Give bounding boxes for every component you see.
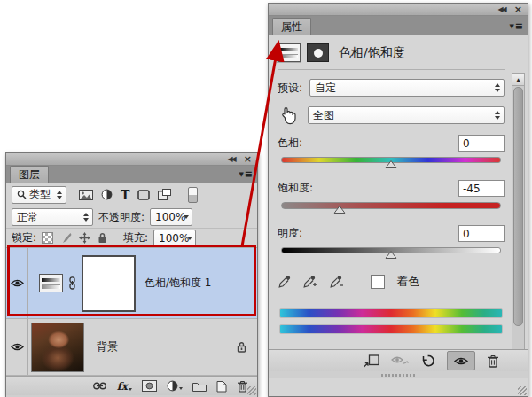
link-layers-icon[interactable] <box>92 382 107 390</box>
adjustment-title: 色相/饱和度 <box>339 45 405 61</box>
lightness-slider[interactable] <box>278 245 505 261</box>
layer-mask-thumbnail[interactable] <box>82 255 136 312</box>
mask-link-icon[interactable] <box>68 276 76 290</box>
layer-visibility-eye-icon[interactable] <box>6 248 28 318</box>
layer-style-fx-icon[interactable]: fx <box>117 380 132 393</box>
layers-panel-titlebar: ◀◀ × <box>6 153 257 166</box>
lightness-value: 0 <box>463 228 470 240</box>
fill-dropdown[interactable]: 100% <box>153 230 196 247</box>
properties-content: 色相/饱和度 预设: 自定 全图 色相: 0 <box>269 35 528 349</box>
fill-value: 100% <box>159 232 189 245</box>
hue-ramp-before <box>279 308 503 318</box>
panel-resize-grip[interactable] <box>247 386 256 395</box>
layers-panel: ◀◀ × 图层 ▼ ≡ 类型 T <box>5 152 258 397</box>
spin-arrows-icon <box>57 191 62 199</box>
lock-row: 锁定: 填充: 100% <box>6 229 257 248</box>
channel-dropdown[interactable]: 全图 <box>308 106 505 124</box>
filter-shape-layers-icon[interactable] <box>137 190 150 200</box>
colorize-checkbox[interactable] <box>371 275 385 289</box>
saturation-value-input[interactable]: -45 <box>458 180 505 197</box>
properties-tabband: 属性 ▼ ≡ <box>269 16 528 35</box>
filter-smart-objects-icon[interactable] <box>158 189 171 200</box>
new-layer-icon[interactable] <box>216 380 227 393</box>
toggle-visibility-eye-button[interactable] <box>447 351 475 370</box>
delete-adjustment-trash-icon[interactable] <box>487 354 499 368</box>
add-layer-mask-icon[interactable] <box>142 380 157 392</box>
adjustment-layer-thumbnail[interactable] <box>39 274 63 292</box>
spin-arrows-icon <box>495 83 500 92</box>
mask-badge-icon[interactable] <box>307 43 329 62</box>
layer-row-hue-saturation[interactable]: 色相/饱和度 1 <box>6 248 257 319</box>
panel-menu-icon[interactable]: ▼ ≡ <box>239 168 253 180</box>
close-panel-icon[interactable]: × <box>514 4 522 14</box>
layer-filter-row: 类型 T <box>6 183 257 206</box>
properties-footer-bar <box>269 349 528 371</box>
hue-value: 0 <box>463 137 470 150</box>
spin-arrows-icon <box>83 213 89 222</box>
divider <box>278 69 505 70</box>
eyedropper-minus-icon[interactable] <box>329 276 344 289</box>
scrollbar-thumb[interactable] <box>513 87 523 326</box>
layer-row-background[interactable]: 背景 <box>6 319 257 376</box>
blend-mode-row: 正常 不透明度: 100% <box>6 206 257 229</box>
collapse-panel-icon[interactable]: ◀◀ <box>227 156 234 163</box>
filter-pixel-layers-icon[interactable] <box>79 190 93 200</box>
filter-toggle-switch[interactable] <box>188 187 198 203</box>
menu-caret: ▼ <box>239 171 243 178</box>
filter-type-layers-icon[interactable]: T <box>121 188 129 202</box>
caret-down-icon <box>187 237 192 240</box>
eyedropper-plus-icon[interactable] <box>302 276 317 289</box>
tab-layers[interactable]: 图层 <box>10 166 49 183</box>
preset-value: 自定 <box>315 81 336 96</box>
hue-slider[interactable] <box>278 155 505 170</box>
lock-pixels-brush-icon[interactable] <box>60 232 72 244</box>
targeted-adjustment-hand-icon[interactable] <box>278 105 301 125</box>
properties-panel-titlebar: ◀◀ × <box>269 4 528 16</box>
panel-menu-icon[interactable]: ▼ ≡ <box>509 20 523 32</box>
hue-ramp-after <box>279 324 503 334</box>
lock-position-move-icon[interactable] <box>79 232 90 244</box>
new-group-folder-icon[interactable] <box>192 381 207 392</box>
background-layer-thumbnail[interactable] <box>31 323 84 372</box>
layer-visibility-eye-icon[interactable] <box>6 319 28 375</box>
opacity-dropdown[interactable]: 100% <box>150 208 192 226</box>
scroll-up-icon[interactable]: ▲ <box>512 74 524 86</box>
tab-properties[interactable]: 属性 <box>272 18 311 35</box>
filter-kind-dropdown[interactable]: 类型 <box>12 186 66 204</box>
saturation-slider[interactable] <box>278 200 505 215</box>
lightness-slider-thumb[interactable] <box>386 251 397 259</box>
collapse-panel-icon[interactable]: ◀◀ <box>497 6 505 13</box>
close-panel-icon[interactable]: × <box>244 154 252 164</box>
hue-saturation-adjustment-icon <box>278 43 301 62</box>
eyedropper-icon[interactable] <box>278 276 291 289</box>
preset-label: 预设: <box>278 81 302 96</box>
filter-adjustment-layers-icon[interactable] <box>101 189 113 200</box>
spin-arrows-icon <box>495 111 500 120</box>
lock-all-icon[interactable] <box>98 232 107 244</box>
panel-drag-strip[interactable] <box>269 371 528 378</box>
grip-dots-icon <box>381 374 415 377</box>
panel-resize-grip[interactable] <box>518 386 527 395</box>
hue-value-input[interactable]: 0 <box>458 135 505 152</box>
menu-lines: ≡ <box>245 168 253 180</box>
reset-adjustment-icon[interactable] <box>420 354 435 368</box>
preset-dropdown[interactable]: 自定 <box>309 79 505 97</box>
hue-slider-thumb[interactable] <box>386 160 397 168</box>
lightness-label: 明度: <box>278 226 302 241</box>
layer-name[interactable]: 背景 <box>97 339 118 354</box>
clip-to-layer-icon[interactable] <box>363 354 379 368</box>
fill-label: 填充: <box>123 230 148 245</box>
saturation-slider-track[interactable] <box>281 202 501 209</box>
lightness-value-input[interactable]: 0 <box>458 225 505 242</box>
new-adjustment-layer-icon[interactable] <box>167 380 183 392</box>
saturation-slider-thumb[interactable] <box>334 206 346 214</box>
background-lock-icon <box>237 341 246 353</box>
blend-mode-dropdown[interactable]: 正常 <box>12 208 93 226</box>
opacity-value: 100% <box>155 211 185 223</box>
lock-transparency-icon[interactable] <box>42 232 53 244</box>
layer-name[interactable]: 色相/饱和度 1 <box>145 276 212 291</box>
hue-label: 色相: <box>278 136 302 151</box>
filter-kind-value: 类型 <box>29 187 51 202</box>
scrollbar[interactable]: ▲ ▼ <box>512 73 525 364</box>
view-previous-state-eye-icon[interactable] <box>391 355 409 367</box>
